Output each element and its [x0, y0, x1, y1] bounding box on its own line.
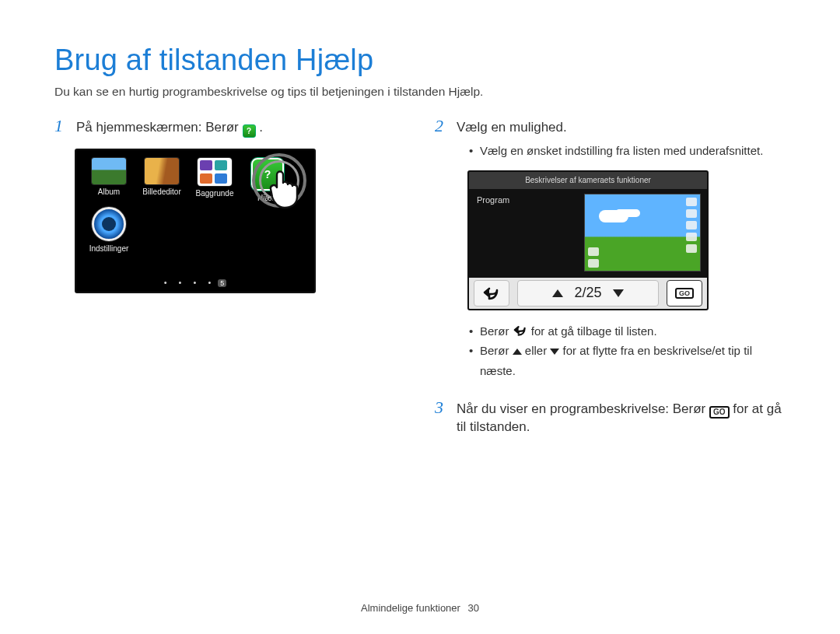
help-icon: ? — [243, 124, 256, 138]
page-indicator[interactable]: • • • •5 — [76, 278, 314, 287]
overlay-icons-left — [588, 247, 599, 268]
home-label: Billededitor — [135, 187, 188, 196]
touch-gesture-icon — [252, 153, 306, 208]
help-screen-body: Program — [469, 189, 707, 278]
step-text: På hjemmeskærmen: Berør ? . — [76, 119, 263, 138]
mode-label: Program — [477, 195, 509, 205]
step2-sublist: Vælg en ønsket indstilling fra listen me… — [467, 141, 786, 161]
bgd-tile — [200, 173, 212, 184]
undo-icon — [482, 285, 501, 301]
col-left: 1 På hjemmeskærmen: Berør ? . Album B — [54, 116, 405, 436]
step-number: 3 — [435, 398, 449, 418]
bullet-1: Berør for at gå tilbage til listen. — [467, 321, 786, 342]
help-screen-title: Beskrivelser af kameraets funktioner — [469, 172, 707, 189]
back-button[interactable] — [474, 280, 509, 306]
page: { "title": "Brug af tilstanden Hjælp", "… — [0, 0, 840, 634]
b2-pre: Berør — [480, 344, 513, 357]
step3-pre: Når du viser en programbeskrivelse: Berø… — [457, 401, 709, 416]
step-number: 1 — [54, 116, 68, 136]
footer: Almindelige funktioner 30 — [0, 602, 840, 614]
home-label: Baggrunde — [188, 189, 241, 198]
triangle-down-icon[interactable] — [613, 289, 624, 297]
settings-icon — [92, 207, 126, 241]
footer-page: 30 — [468, 602, 479, 614]
home-item-editor[interactable]: Billededitor — [135, 158, 188, 202]
album-icon — [92, 158, 126, 184]
backgrounds-icon — [198, 158, 232, 186]
step1-pre: På hjemmeskærmen: Berør — [76, 120, 243, 135]
home-screen: Album Billededitor Baggrunde — [75, 149, 316, 293]
page-title: Brug af tilstanden Hjælp — [54, 44, 786, 77]
bgd-tile — [215, 173, 227, 184]
cloud-graphic — [599, 210, 628, 222]
step2-sub: Vælg en ønsket indstilling fra listen me… — [467, 141, 786, 161]
go-icon: GO — [709, 406, 730, 419]
step-2: 2 Vælg en mulighed. — [435, 116, 786, 136]
step1-post: . — [259, 120, 263, 135]
page-indicator-active: 5 — [218, 279, 226, 287]
step-1: 1 På hjemmeskærmen: Berør ? . — [54, 116, 405, 138]
home-item-album[interactable]: Album — [82, 158, 135, 202]
b2-mid: eller — [525, 344, 551, 357]
editor-icon — [145, 158, 179, 184]
help-bottom-bar: 2/25 GO — [469, 278, 707, 309]
bullet-list: Berør for at gå tilbage til listen. Berø… — [467, 321, 786, 381]
page-stepper[interactable]: 2/25 — [517, 280, 659, 306]
help-screen: Beskrivelser af kameraets funktioner Pro… — [467, 170, 709, 310]
go-button[interactable]: GO — [667, 280, 702, 306]
bgd-tile — [215, 160, 227, 170]
triangle-up-icon[interactable] — [552, 289, 563, 297]
home-item-settings[interactable]: Indstillinger — [82, 207, 135, 253]
step-text: Vælg en mulighed. — [457, 119, 567, 136]
triangle-up-icon — [513, 349, 522, 355]
triangle-down-icon — [550, 349, 559, 355]
step-3: 3 Når du viser en programbeskrivelse: Be… — [435, 398, 786, 436]
page-counter: 2/25 — [574, 285, 601, 301]
overlay-icons-right — [686, 198, 697, 253]
col-right: 2 Vælg en mulighed. Vælg en ønsket indst… — [435, 116, 786, 436]
footer-section: Almindelige funktioner — [361, 602, 460, 614]
b1-pre: Berør — [480, 324, 513, 338]
columns: 1 På hjemmeskærmen: Berør ? . Album B — [54, 116, 786, 436]
home-item-backgrounds[interactable]: Baggrunde — [188, 158, 241, 202]
page-subtitle: Du kan se en hurtig programbeskrivelse o… — [54, 85, 786, 99]
bgd-tile — [200, 160, 212, 170]
preview-thumbnail — [584, 194, 701, 271]
b1-post: for at gå tilbage til listen. — [531, 324, 657, 338]
undo-icon — [513, 324, 528, 337]
step-text: Når du viser en programbeskrivelse: Berø… — [457, 401, 786, 436]
home-label: Album — [82, 187, 135, 196]
go-label: GO — [675, 288, 694, 299]
home-label: Indstillinger — [82, 244, 135, 253]
step-number: 2 — [435, 116, 449, 136]
bullet-2: Berør eller for at flytte fra en beskriv… — [467, 341, 786, 380]
